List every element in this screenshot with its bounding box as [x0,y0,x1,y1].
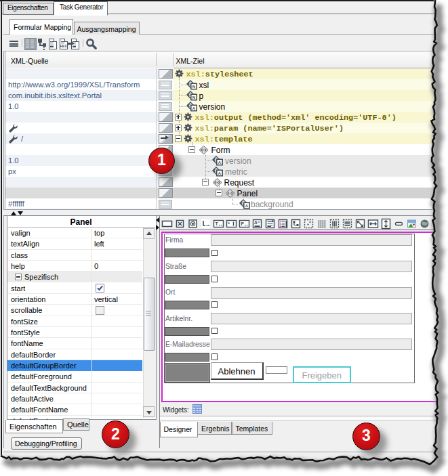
svg-text:N: N [192,95,195,100]
svg-text:F: F [241,221,244,226]
svg-text:N: N [192,85,195,89]
svg-text:A: A [218,160,222,165]
svg-text:A: A [218,171,222,175]
svg-text:A: A [245,204,248,208]
svg-text:T: T [215,221,218,226]
svg-text:A: A [254,220,258,225]
svg-text:A: A [192,106,196,110]
